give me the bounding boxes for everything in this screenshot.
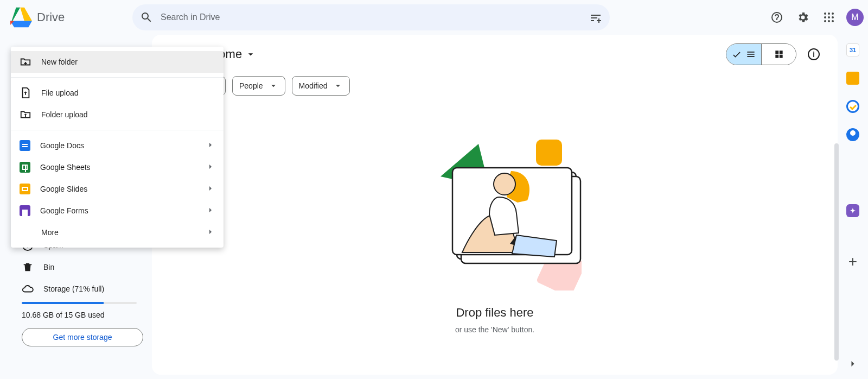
- layout-toggle: [726, 43, 796, 65]
- sidebar-label: Bin: [43, 263, 54, 271]
- search-options-icon[interactable]: [589, 11, 602, 24]
- svg-rect-9: [536, 140, 562, 166]
- submenu-arrow: [206, 162, 215, 173]
- storage-bar: [22, 302, 137, 304]
- menu-file-upload[interactable]: File upload: [11, 82, 224, 104]
- chevron-right-icon: [206, 228, 215, 236]
- svg-point-0: [824, 12, 826, 15]
- search-input[interactable]: [161, 12, 582, 22]
- list-view-button[interactable]: [726, 44, 761, 65]
- contacts-app-icon[interactable]: [846, 128, 859, 141]
- menu-google-sheets[interactable]: Google Sheets: [11, 156, 224, 178]
- svg-point-14: [494, 173, 515, 195]
- search-bar[interactable]: [132, 4, 610, 30]
- chevron-right-icon: [847, 358, 858, 369]
- scrollbar[interactable]: [834, 143, 839, 361]
- chevron-right-icon: [206, 206, 215, 214]
- svg-point-6: [824, 20, 826, 22]
- menu-label: File upload: [41, 89, 79, 97]
- file-upload-icon: [20, 87, 31, 99]
- grid-view-button[interactable]: [761, 44, 796, 65]
- svg-point-3: [824, 16, 826, 18]
- folder-upload-icon: [20, 109, 31, 121]
- svg-point-4: [828, 16, 830, 18]
- menu-google-forms[interactable]: Google Forms: [11, 200, 224, 222]
- settings-button[interactable]: [792, 7, 814, 28]
- search-container: [132, 4, 610, 30]
- menu-new-folder[interactable]: New folder: [11, 51, 224, 73]
- breadcrumb-row: rive Home: [165, 43, 825, 65]
- chip-label: People: [239, 81, 263, 90]
- submenu-arrow: [206, 184, 215, 194]
- keep-app-icon[interactable]: [846, 72, 859, 85]
- account-avatar[interactable]: M: [846, 9, 864, 26]
- menu-google-docs[interactable]: Google Docs: [11, 135, 224, 156]
- storage-usage-text: 10.68 GB of 15 GB used: [9, 311, 143, 319]
- details-toggle-button[interactable]: [803, 43, 825, 65]
- main-content: rive Home: [152, 35, 838, 375]
- sidebar-label: Storage (71% full): [43, 285, 104, 293]
- empty-state: Drop files here or use the 'New' button.: [165, 96, 825, 366]
- new-folder-icon: [20, 56, 31, 68]
- addon-app-icon[interactable]: ✦: [846, 204, 859, 217]
- menu-label: Folder upload: [41, 110, 88, 119]
- submenu-arrow: [206, 206, 215, 216]
- chevron-right-icon: [206, 141, 215, 149]
- empty-state-title: Drop files here: [456, 306, 533, 320]
- get-more-storage-button[interactable]: Get more storage: [22, 328, 143, 346]
- caret-down-icon: [245, 49, 256, 60]
- info-icon: [807, 48, 820, 61]
- check-icon: [731, 49, 742, 60]
- menu-label: Google Forms: [40, 206, 88, 215]
- svg-point-1: [828, 12, 830, 15]
- search-icon: [140, 11, 153, 24]
- drive-logo-icon: [9, 7, 33, 28]
- docs-icon: [20, 140, 30, 151]
- get-addons-button[interactable]: +: [848, 254, 857, 269]
- filter-people-chip[interactable]: People: [232, 76, 285, 96]
- menu-folder-upload[interactable]: Folder upload: [11, 104, 224, 125]
- menu-label: New folder: [41, 58, 78, 66]
- forms-icon: [20, 205, 30, 216]
- cloud-icon: [22, 283, 34, 295]
- svg-point-8: [832, 20, 834, 22]
- calendar-app-icon[interactable]: 31: [846, 43, 859, 56]
- menu-google-slides[interactable]: Google Slides: [11, 178, 224, 200]
- filter-modified-chip[interactable]: Modified: [292, 76, 350, 96]
- app-header: Drive M: [0, 0, 868, 35]
- chevron-right-icon: [206, 162, 215, 171]
- bin-icon: [22, 261, 34, 273]
- app-name: Drive: [37, 10, 65, 24]
- menu-label: Google Docs: [40, 141, 84, 150]
- submenu-arrow: [206, 228, 215, 238]
- svg-point-2: [832, 12, 834, 15]
- drive-logo[interactable]: Drive: [9, 7, 128, 28]
- tasks-app-icon[interactable]: [846, 100, 859, 113]
- hide-side-panel-button[interactable]: [844, 355, 861, 372]
- sidebar-item-storage[interactable]: Storage (71% full): [9, 278, 143, 300]
- svg-point-7: [828, 20, 830, 22]
- help-button[interactable]: [766, 7, 788, 28]
- menu-label: More: [41, 228, 59, 237]
- grid-icon: [774, 49, 784, 60]
- menu-more[interactable]: More: [11, 222, 224, 243]
- list-icon: [745, 49, 756, 60]
- header-actions: M: [766, 7, 864, 28]
- svg-point-5: [832, 16, 834, 18]
- storage-bar-fill: [22, 302, 104, 304]
- menu-divider: [11, 130, 224, 130]
- menu-label: Google Sheets: [40, 163, 91, 172]
- chip-label: Modified: [299, 81, 328, 90]
- caret-down-icon: [333, 81, 343, 91]
- apps-button[interactable]: [818, 7, 840, 28]
- sidebar-item-bin[interactable]: Bin: [9, 256, 143, 278]
- empty-state-illustration: [408, 128, 582, 290]
- gear-icon: [796, 11, 809, 24]
- new-context-menu: New folder File upload Folder upload Goo…: [11, 47, 224, 248]
- view-controls: [726, 43, 825, 65]
- chevron-right-icon: [206, 184, 215, 193]
- apps-grid-icon: [822, 11, 835, 24]
- menu-label: Google Slides: [40, 185, 87, 193]
- empty-state-subtitle: or use the 'New' button.: [455, 325, 534, 334]
- caret-down-icon: [269, 81, 278, 91]
